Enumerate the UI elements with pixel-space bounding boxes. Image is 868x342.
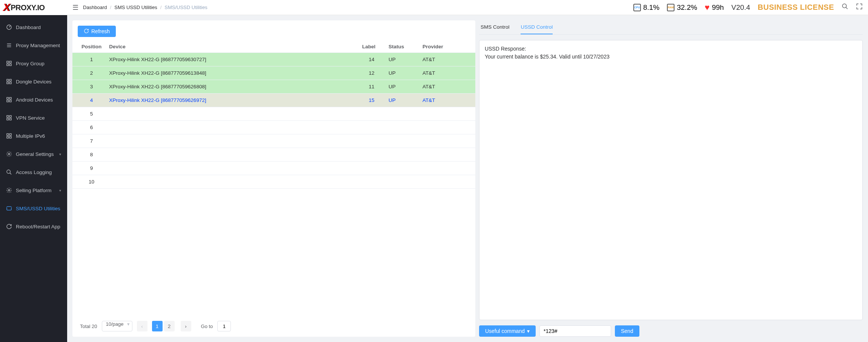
cell-provider [419,175,475,189]
table-row[interactable]: 3XProxy-Hilink XH22-G [868777059626808]1… [72,80,475,94]
cpu-value: 8.1% [643,3,659,12]
cell-status [385,107,419,121]
cell-status: UP [385,94,419,107]
th-label[interactable]: Label [358,41,385,53]
ram-stat: RAM 32.2% [667,3,697,12]
table-row[interactable]: 4XProxy-Hilink XH22-G [868777059626972]1… [72,94,475,107]
svg-rect-4 [7,61,9,63]
goto-label: Go to [201,324,213,329]
cell-device [105,175,358,189]
sidebar-item-android-devices[interactable]: Android Devices [0,91,67,109]
logo[interactable]: X PROXY.IO [0,0,67,15]
control-panel: SMS Control USSD Control USSD Response: … [479,20,863,337]
cell-status [385,162,419,175]
health-stat: ♥ 99h [705,3,724,12]
grid-icon [6,115,12,121]
table-row[interactable]: 5 [72,107,475,121]
refresh-button[interactable]: Refresh [78,26,116,37]
sidebar-item-dashboard[interactable]: Dashboard [0,18,67,36]
cell-provider [419,148,475,162]
sidebar-item-selling-platform[interactable]: Selling Platform▾ [0,181,67,199]
pagination: Total 20 10/page ‹ 12 › Go to [72,316,475,331]
svg-rect-22 [7,136,9,138]
sidebar-item-label: Dongle Devices [16,79,52,85]
table-row[interactable]: 8 [72,148,475,162]
table-row[interactable]: 9 [72,162,475,175]
page-button-1[interactable]: 1 [152,321,163,331]
sidebar-item-label: VPN Service [16,115,45,121]
ram-value: 32.2% [677,3,697,12]
cell-position: 2 [72,66,105,80]
sidebar-item-vpn-service[interactable]: VPN Service [0,109,67,127]
nav: DashboardProxy ManagementProxy GroupDong… [0,15,67,342]
cell-status [385,148,419,162]
svg-line-26 [10,173,11,174]
cell-position: 10 [72,175,105,189]
sidebar-item-access-logging[interactable]: Access Logging [0,163,67,181]
cell-provider: AT&T [419,94,475,107]
th-position[interactable]: Position [72,41,105,53]
table-row[interactable]: 10 [72,175,475,189]
svg-rect-11 [9,82,11,84]
sidebar-item-multiple-ipv6[interactable]: Multiple IPv6 [0,127,67,145]
breadcrumb-mid[interactable]: SMS USSD Utilities [114,5,157,10]
sidebar-item-proxy-group[interactable]: Proxy Group [0,54,67,72]
ussd-response-box: USSD Response: Your current balance is $… [479,40,863,320]
cell-provider [419,134,475,148]
prev-page-button[interactable]: ‹ [137,321,147,331]
table-row[interactable]: 1XProxy-Hilink XH22-G [868777059630727]1… [72,53,475,66]
cell-device [105,121,358,134]
table-row[interactable]: 2XProxy-Hilink XH22-G [868777059613848]1… [72,66,475,80]
search-icon[interactable] [842,3,848,12]
cell-device [105,107,358,121]
sidebar-item-label: General Settings [16,151,54,157]
cell-provider: AT&T [419,66,475,80]
cell-device [105,134,358,148]
svg-line-30 [846,7,848,9]
version: V20.4 [731,3,750,12]
fullscreen-icon[interactable] [856,3,863,12]
goto-input[interactable] [217,321,231,331]
send-button[interactable]: Send [615,325,639,337]
th-provider[interactable]: Provider [419,41,475,53]
sidebar-item-proxy-management[interactable]: Proxy Management [0,36,67,54]
cell-device: XProxy-Hilink XH22-G [868777059630727] [105,53,358,66]
send-label: Send [621,328,633,334]
cell-position: 6 [72,121,105,134]
table-row[interactable]: 7 [72,134,475,148]
sidebar-item-reboot-restart-app[interactable]: Reboot/Restart App [0,217,67,236]
sidebar-item-sms-ussd-utilities[interactable]: SMS/USSD Utilities [0,199,67,217]
sidebar-item-general-settings[interactable]: General Settings▾ [0,145,67,163]
tab-sms-control[interactable]: SMS Control [481,20,510,34]
cell-status [385,175,419,189]
cell-device [105,162,358,175]
breadcrumb: Dashboard / SMS USSD Utilities / SMS/USS… [83,5,207,10]
cell-status: UP [385,66,419,80]
svg-rect-17 [9,116,11,117]
per-page-select[interactable]: 10/page [102,321,132,331]
page-button-2[interactable]: 2 [164,321,175,331]
breadcrumb-sep: / [160,5,162,10]
useful-command-dropdown[interactable]: Useful command ▾ [479,325,536,337]
logo-x-icon: X [3,2,10,14]
svg-point-25 [7,170,10,173]
cell-position: 4 [72,94,105,107]
grid-icon [6,133,12,139]
next-page-button[interactable]: › [181,321,191,331]
sidebar-item-label: Dashboard [16,25,41,30]
svg-point-24 [8,153,10,155]
hamburger-icon[interactable]: ☰ [72,3,78,12]
tab-ussd-control[interactable]: USSD Control [521,20,553,34]
breadcrumb-root[interactable]: Dashboard [83,5,107,10]
ussd-input[interactable] [539,325,611,337]
sidebar-item-dongle-devices[interactable]: Dongle Devices [0,72,67,91]
svg-rect-10 [7,82,9,84]
sidebar: X PROXY.IO DashboardProxy ManagementProx… [0,0,67,342]
logo-text: PROXY.IO [11,3,45,12]
th-status[interactable]: Status [385,41,419,53]
th-device[interactable]: Device [105,41,358,53]
cell-label: 11 [358,80,385,94]
svg-rect-16 [7,116,9,117]
table-row[interactable]: 6 [72,121,475,134]
sidebar-item-label: Multiple IPv6 [16,133,45,139]
